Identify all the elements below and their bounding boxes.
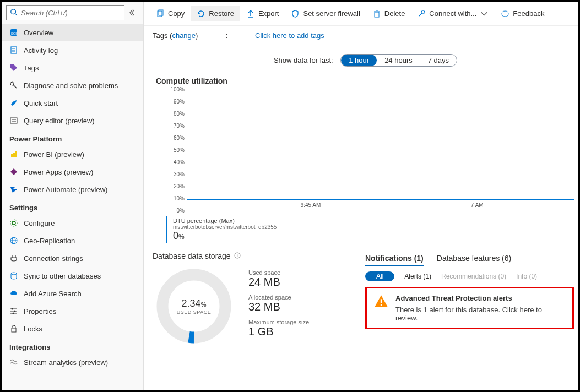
storage-title: Database data storage <box>153 252 231 260</box>
y-tick: 60% <box>166 135 185 141</box>
tags-row: Tags (change) : Click here to add tags <box>144 26 578 45</box>
connect-button[interactable]: Connect with... <box>411 6 494 21</box>
donut-percent: 2.34% <box>177 298 211 309</box>
svg-point-25 <box>12 308 13 310</box>
nav: sql Overview Activity log Tags Diagnose … <box>2 24 143 390</box>
tags-label: Tags (change) <box>153 31 198 40</box>
storage-header: Database data storage i <box>153 252 356 260</box>
restore-button[interactable]: Restore <box>191 6 240 21</box>
sidebar-item-tags[interactable]: Tags <box>2 59 143 77</box>
sidebar-item-label: Overview <box>24 29 53 37</box>
time-pill-1hour[interactable]: 1 hour <box>341 55 377 66</box>
sidebar-item-locks[interactable]: Locks <box>2 320 143 337</box>
export-button[interactable]: Export <box>241 6 285 21</box>
sidebar-item-label: Query editor (preview) <box>24 117 95 125</box>
sidebar-item-configure[interactable]: Configure <box>2 214 143 232</box>
info-icon[interactable]: i <box>234 252 241 260</box>
tab-database-features[interactable]: Database features (6) <box>437 252 511 266</box>
sidebar-item-overview[interactable]: sql Overview <box>2 24 143 41</box>
powerautomate-icon <box>9 185 18 194</box>
toolbar: Copy Restore Export Set server firewall … <box>144 2 578 26</box>
chart-data-line <box>187 199 574 200</box>
copy-button[interactable]: Copy <box>150 6 190 21</box>
time-pill-24hours[interactable]: 24 hours <box>377 55 420 66</box>
svg-point-17 <box>10 220 17 226</box>
sidebar-item-label: Activity log <box>24 46 58 55</box>
firewall-button[interactable]: Set server firewall <box>285 6 365 21</box>
chart-legend: DTU percentage (Max) mstwitterbotdbserve… <box>166 216 578 243</box>
svg-point-26 <box>14 311 16 312</box>
alloc-label: Allocated space <box>248 294 309 301</box>
sidebar-item-label: Power Automate (preview) <box>24 186 107 194</box>
svg-point-27 <box>13 313 14 314</box>
sidebar-item-power-apps[interactable]: Power Apps (preview) <box>2 163 143 181</box>
feedback-button[interactable]: Feedback <box>495 6 550 21</box>
pill-info[interactable]: Info (0) <box>516 273 537 280</box>
max-value: 1 GB <box>248 325 309 338</box>
sidebar-item-label: Diagnose and solve problems <box>24 81 118 90</box>
compute-chart[interactable]: 6:45 AM 7 AM 100%90%80%70%60%50%40%30%20… <box>166 90 574 211</box>
svg-rect-40 <box>381 299 382 303</box>
sidebar-item-quick-start[interactable]: Quick start <box>2 94 143 112</box>
toolbar-label: Delete <box>384 9 405 18</box>
search-row <box>2 2 143 24</box>
section-power-platform: Power Platform <box>2 129 143 145</box>
tags-change-link[interactable]: change <box>172 31 196 40</box>
svg-text:i: i <box>237 253 238 258</box>
collapse-sidebar-button[interactable] <box>128 7 139 18</box>
sidebar-item-power-bi[interactable]: Power BI (preview) <box>2 145 143 163</box>
sidebar-item-power-automate[interactable]: Power Automate (preview) <box>2 181 143 198</box>
donut-label: USED SPACE <box>177 309 211 315</box>
stream-icon <box>9 358 18 367</box>
alloc-value: 32 MB <box>248 301 309 313</box>
tags-colon: : <box>225 31 227 40</box>
content: Show data for last: 1 hour 24 hours 7 da… <box>144 45 578 390</box>
search-input[interactable] <box>18 9 121 17</box>
svg-point-16 <box>12 221 15 225</box>
sidebar-item-label: Properties <box>24 307 56 315</box>
alert-card[interactable]: Advanced Threat Protection alerts There … <box>365 287 574 329</box>
y-tick: 100% <box>166 86 185 92</box>
storage-donut[interactable]: 2.34% USED SPACE <box>153 265 235 347</box>
sidebar-item-label: Configure <box>24 219 55 227</box>
sidebar-item-geo-replication[interactable]: Geo-Replication <box>2 232 143 249</box>
sync-icon <box>9 271 18 280</box>
toolbar-label: Copy <box>168 9 185 18</box>
max-label: Maximum storage size <box>248 319 309 325</box>
sidebar-item-label: Power Apps (preview) <box>24 168 93 176</box>
search-box[interactable] <box>6 5 124 20</box>
used-value: 24 MB <box>248 276 309 288</box>
globe-icon <box>9 236 18 245</box>
diagnose-icon <box>9 81 18 90</box>
pill-recommendations[interactable]: Recommendations (0) <box>441 273 506 280</box>
svg-line-9 <box>13 85 17 88</box>
y-tick: 50% <box>166 147 185 153</box>
sidebar-item-activity-log[interactable]: Activity log <box>2 41 143 59</box>
pill-all[interactable]: All <box>365 271 394 281</box>
legend-title: DTU percentage (Max) <box>173 217 578 224</box>
section-integrations: Integrations <box>2 337 143 353</box>
toolbar-label: Export <box>258 9 279 18</box>
y-tick: 70% <box>166 123 185 129</box>
sidebar-item-properties[interactable]: Properties <box>2 302 143 320</box>
sidebar-item-sync[interactable]: Sync to other databases <box>2 267 143 285</box>
x-tick: 6:45 AM <box>301 202 321 208</box>
pill-alerts[interactable]: Alerts (1) <box>404 273 431 280</box>
tab-notifications[interactable]: Notifications (1) <box>365 252 424 266</box>
y-tick: 40% <box>166 159 185 165</box>
svg-rect-33 <box>375 12 379 17</box>
svg-rect-28 <box>12 328 16 332</box>
sidebar-item-stream-analytics[interactable]: Stream analytics (preview) <box>2 353 143 371</box>
sidebar-item-connection-strings[interactable]: Connection strings <box>2 249 143 267</box>
properties-icon <box>9 307 18 315</box>
time-range-label: Show data for last: <box>274 56 333 64</box>
time-pill-7days[interactable]: 7 days <box>420 55 457 66</box>
notifications-panel: Notifications (1) Database features (6) … <box>365 252 574 347</box>
sidebar-item-diagnose[interactable]: Diagnose and solve problems <box>2 77 143 94</box>
y-tick: 0% <box>166 208 185 214</box>
sidebar-item-azure-search[interactable]: Add Azure Search <box>2 285 143 302</box>
tags-add-link[interactable]: Click here to add tags <box>255 31 324 40</box>
sidebar-item-query-editor[interactable]: Query editor (preview) <box>2 112 143 129</box>
filter-pills: All Alerts (1) Recommendations (0) Info … <box>365 271 574 281</box>
delete-button[interactable]: Delete <box>367 6 411 21</box>
